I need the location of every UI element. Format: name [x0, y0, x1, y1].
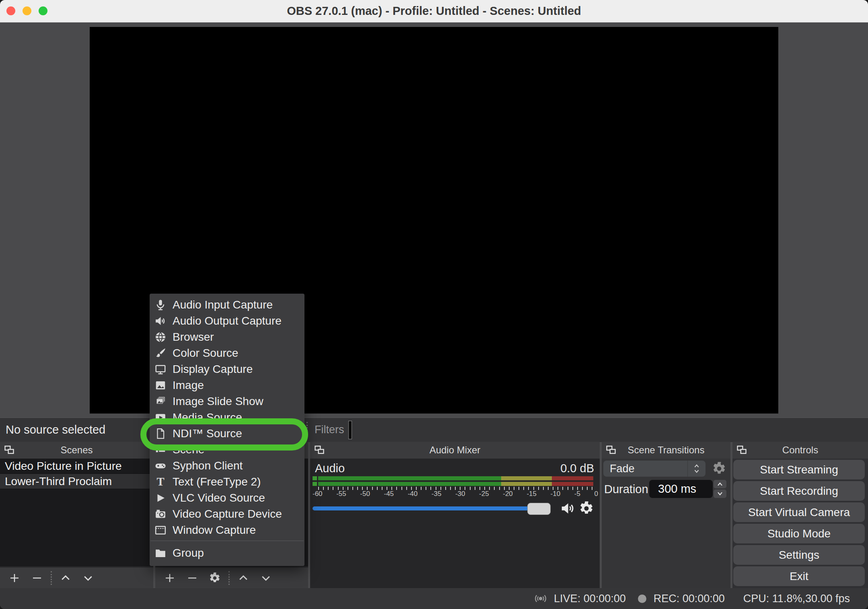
menu-item-window-capture[interactable]: Window Capture	[150, 522, 304, 538]
controls-title: Controls	[748, 444, 853, 456]
globe-icon	[154, 331, 167, 343]
audio-mixer-title: Audio Mixer	[325, 444, 584, 456]
studio-mode-button[interactable]: Studio Mode	[733, 524, 865, 543]
move-source-down-button[interactable]	[255, 570, 277, 586]
svg-text:T: T	[156, 476, 164, 488]
scene-transitions-panel: Scene Transitions Fade Duration 300 ms	[602, 442, 730, 588]
source-properties-gear-icon[interactable]	[204, 570, 226, 586]
ndi-source-highlight-annotation	[140, 418, 308, 451]
sources-toolbar	[155, 566, 308, 588]
panel-icon	[736, 444, 748, 456]
volume-slider[interactable]	[313, 506, 551, 510]
filters-button[interactable]: Filters	[315, 418, 344, 441]
scene-transitions-body: Fade Duration 300 ms	[602, 459, 730, 588]
add-scene-button[interactable]	[3, 570, 26, 586]
gamepad-icon	[154, 460, 167, 472]
menu-item-text-freetype[interactable]: T Text (FreeType 2)	[150, 474, 304, 490]
menu-separator	[150, 541, 304, 541]
controls-header: Controls	[732, 442, 868, 459]
remove-scene-button[interactable]	[26, 570, 48, 586]
menu-item-browser[interactable]: Browser	[150, 329, 304, 345]
minimize-window-button[interactable]	[23, 6, 31, 15]
toolbar-separator-handle	[348, 421, 352, 439]
menu-item-video-capture-device[interactable]: Video Capture Device	[150, 506, 304, 522]
scenes-toolbar	[0, 566, 153, 588]
close-window-button[interactable]	[6, 6, 15, 15]
scenes-panel-header: Scenes	[0, 442, 153, 459]
move-source-up-button[interactable]	[232, 570, 255, 586]
menu-item-syphon-client[interactable]: Syphon Client	[150, 458, 304, 474]
transition-select-chevrons[interactable]	[687, 461, 706, 477]
menu-item-group[interactable]: Group	[150, 543, 304, 563]
audio-mixer-body: Audio 0.0 dB -60-55 -50-45 -40-35 -30-25…	[310, 459, 600, 588]
duration-spinner	[714, 480, 726, 498]
menu-item-image-slide-show[interactable]: Image Slide Show	[150, 393, 304, 409]
camera-icon	[154, 508, 167, 520]
controls-panel: Controls Start Streaming Start Recording…	[732, 442, 868, 588]
play-icon	[154, 492, 167, 504]
titlebar: OBS 27.0.1 (mac) - Profile: Untitled - S…	[0, 0, 868, 23]
duration-label: Duration	[604, 480, 648, 499]
move-scene-up-button[interactable]	[54, 570, 77, 586]
folder-icon	[154, 547, 167, 559]
meter-tick-marks	[318, 487, 593, 490]
audio-level-value: 0.0 dB	[560, 462, 594, 475]
transition-selected-value: Fade	[603, 463, 687, 475]
scenes-panel-title: Scenes	[15, 444, 138, 456]
duration-decrement-button[interactable]	[714, 490, 726, 498]
controls-body: Start Streaming Start Recording Start Vi…	[732, 459, 868, 588]
audio-settings-gear-icon[interactable]	[579, 501, 594, 516]
rec-status-dot-icon	[638, 595, 646, 603]
menu-item-audio-input-capture[interactable]: Audio Input Capture	[150, 297, 304, 313]
scenes-panel: Scenes Video Picture in Picture Lower-Th…	[0, 442, 153, 588]
start-streaming-button[interactable]: Start Streaming	[733, 460, 865, 479]
no-source-selected-text: No source selected	[6, 418, 105, 441]
menu-item-color-source[interactable]: Color Source	[150, 345, 304, 361]
microphone-icon	[154, 299, 167, 311]
duration-input[interactable]: 300 ms	[649, 480, 713, 498]
transition-properties-gear-icon[interactable]	[712, 461, 726, 476]
scenes-list: Video Picture in Picture Lower-Third Pro…	[0, 459, 153, 566]
speaker-mute-icon[interactable]	[559, 501, 576, 516]
duration-increment-button[interactable]	[714, 480, 726, 488]
remove-source-button[interactable]	[181, 570, 204, 586]
audio-meter-bar	[318, 482, 593, 486]
meter-channel-indicators	[313, 476, 317, 486]
broadcast-icon	[532, 592, 549, 605]
image-stack-icon	[154, 395, 167, 407]
menu-item-image[interactable]: Image	[150, 377, 304, 393]
panel-icon	[313, 444, 325, 456]
speaker-icon	[154, 315, 167, 327]
meter-tick-labels: -60-55 -50-45 -40-35 -30-25 -20-15 -10-5…	[313, 490, 598, 500]
toolbar-divider	[51, 571, 52, 585]
window-icon	[154, 524, 167, 536]
start-recording-button[interactable]: Start Recording	[733, 481, 865, 501]
scene-list-item[interactable]: Video Picture in Picture	[0, 459, 153, 474]
status-bar: LIVE: 00:00:00 REC: 00:00:00 CPU: 11.8%,…	[0, 588, 868, 609]
audio-meter-bar	[318, 476, 593, 480]
volume-slider-handle[interactable]	[527, 503, 551, 515]
rec-time-text: REC: 00:00:00	[654, 593, 725, 605]
start-virtual-camera-button[interactable]: Start Virtual Camera	[733, 502, 865, 522]
cpu-fps-text: CPU: 11.8%,30.00 fps	[743, 593, 850, 605]
image-icon	[154, 379, 167, 391]
live-time-text: LIVE: 00:00:00	[554, 593, 626, 605]
add-source-button[interactable]	[158, 570, 181, 586]
menu-item-audio-output-capture[interactable]: Audio Output Capture	[150, 313, 304, 329]
audio-mixer-header: Audio Mixer	[310, 442, 600, 459]
menu-item-display-capture[interactable]: Display Capture	[150, 361, 304, 377]
audio-level-meter	[313, 476, 593, 486]
audio-channel-label: Audio	[315, 462, 345, 475]
source-toolbar-row: No source selected Filters	[0, 418, 868, 442]
audio-mixer-panel: Audio Mixer Audio 0.0 dB -60-55 -50-45 -…	[310, 442, 600, 588]
move-scene-down-button[interactable]	[77, 570, 99, 586]
menu-item-vlc-video-source[interactable]: VLC Video Source	[150, 490, 304, 506]
exit-button[interactable]: Exit	[733, 566, 865, 586]
text-icon: T	[154, 476, 167, 488]
transition-select[interactable]: Fade	[603, 461, 706, 477]
scene-list-item-selected[interactable]: Lower-Third Proclaim	[0, 474, 153, 489]
paintbrush-icon	[154, 347, 167, 359]
zoom-window-button[interactable]	[39, 6, 47, 15]
settings-button[interactable]: Settings	[733, 545, 865, 565]
scene-transitions-header: Scene Transitions	[602, 442, 730, 459]
